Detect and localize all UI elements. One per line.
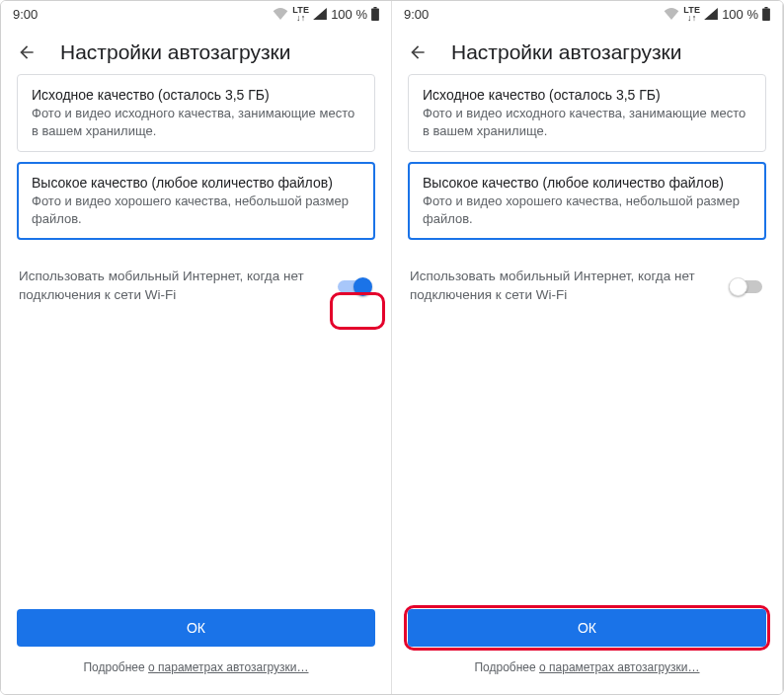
- battery-pct: 100 %: [722, 7, 758, 22]
- page-title: Настройки автозагрузки: [60, 40, 290, 64]
- header: Настройки автозагрузки: [392, 27, 782, 74]
- footer-prefix: Подробнее: [474, 660, 539, 674]
- back-icon[interactable]: [17, 42, 37, 62]
- option-original-quality[interactable]: Исходное качество (осталось 3,5 ГБ) Фото…: [408, 74, 766, 152]
- toggle-label: Использовать мобильный Интернет, когда н…: [410, 268, 719, 305]
- option-desc: Фото и видео хорошего качества, небольшо…: [423, 193, 751, 227]
- svg-rect-1: [373, 7, 376, 9]
- status-right: LTE↓↑ 100 %: [664, 6, 770, 22]
- status-bar: 9:00 LTE↓↑ 100 %: [392, 1, 782, 27]
- battery-icon: [762, 7, 770, 21]
- status-right: LTE↓↑ 100 %: [273, 6, 379, 22]
- svg-rect-2: [762, 9, 770, 21]
- option-high-quality[interactable]: Высокое качество (любое количество файло…: [408, 162, 766, 240]
- status-bar: 9:00 LTE↓↑ 100 %: [1, 1, 391, 27]
- mobile-data-toggle-row: Использовать мобильный Интернет, когда н…: [17, 250, 375, 305]
- svg-rect-3: [764, 7, 767, 9]
- option-title: Исходное качество (осталось 3,5 ГБ): [32, 87, 360, 103]
- status-time: 9:00: [404, 7, 429, 22]
- content: Исходное качество (осталось 3,5 ГБ) Фото…: [392, 74, 782, 609]
- mobile-data-switch[interactable]: [729, 276, 764, 296]
- lte-icon: LTE↓↑: [683, 6, 700, 22]
- lte-icon: LTE↓↑: [292, 6, 309, 22]
- option-title: Высокое качество (любое количество файло…: [32, 175, 360, 191]
- option-desc: Фото и видео исходного качества, занимаю…: [32, 105, 360, 139]
- signal-icon: [313, 8, 327, 20]
- option-title: Высокое качество (любое количество файло…: [423, 175, 751, 191]
- content: Исходное качество (осталось 3,5 ГБ) Фото…: [1, 74, 391, 609]
- status-time: 9:00: [13, 7, 38, 22]
- wifi-icon: [664, 8, 679, 20]
- footer-link[interactable]: о параметрах автозагрузки…: [539, 660, 699, 674]
- mobile-data-toggle-row: Использовать мобильный Интернет, когда н…: [408, 250, 766, 305]
- option-title: Исходное качество (осталось 3,5 ГБ): [423, 87, 751, 103]
- svg-rect-0: [371, 9, 379, 21]
- option-original-quality[interactable]: Исходное качество (осталось 3,5 ГБ) Фото…: [17, 74, 375, 152]
- phone-left: 9:00 LTE↓↑ 100 % Настройки автозагрузки …: [1, 1, 392, 694]
- ok-button[interactable]: ОК: [408, 609, 766, 647]
- toggle-label: Использовать мобильный Интернет, когда н…: [19, 268, 328, 305]
- footer: Подробнее о параметрах автозагрузки…: [392, 660, 782, 694]
- footer-prefix: Подробнее: [83, 660, 148, 674]
- header: Настройки автозагрузки: [1, 27, 391, 74]
- ok-button[interactable]: ОК: [17, 609, 375, 647]
- mobile-data-switch[interactable]: [338, 276, 373, 296]
- footer-link[interactable]: о параметрах автозагрузки…: [148, 660, 308, 674]
- battery-icon: [371, 7, 379, 21]
- option-desc: Фото и видео исходного качества, занимаю…: [423, 105, 751, 139]
- signal-icon: [704, 8, 718, 20]
- page-title: Настройки автозагрузки: [451, 40, 681, 64]
- battery-pct: 100 %: [331, 7, 367, 22]
- option-desc: Фото и видео хорошего качества, небольшо…: [32, 193, 360, 227]
- back-icon[interactable]: [408, 42, 428, 62]
- phone-right: 9:00 LTE↓↑ 100 % Настройки автозагрузки …: [392, 1, 783, 694]
- footer: Подробнее о параметрах автозагрузки…: [1, 660, 391, 694]
- wifi-icon: [273, 8, 288, 20]
- option-high-quality[interactable]: Высокое качество (любое количество файло…: [17, 162, 375, 240]
